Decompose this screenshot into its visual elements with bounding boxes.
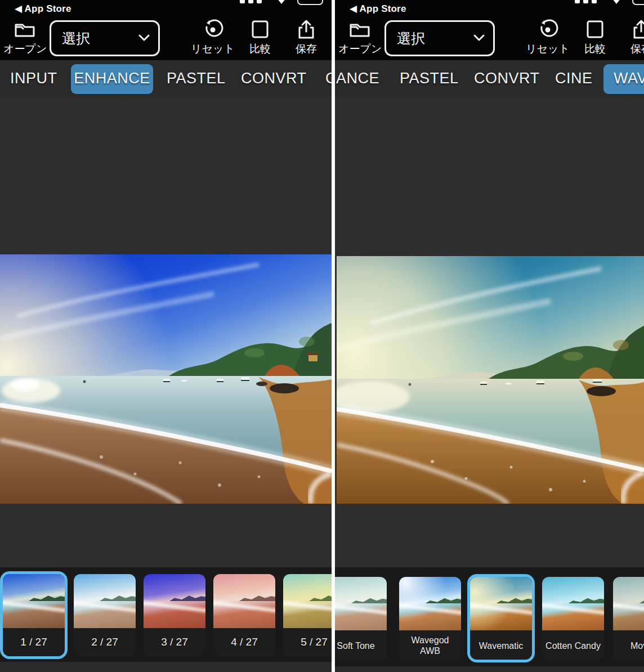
open-button-label: オープン xyxy=(338,42,381,56)
filter-thumb-image xyxy=(74,574,136,628)
compare-button[interactable]: 比較 xyxy=(242,19,278,56)
filter-thumb-label: 2 / 27 xyxy=(74,628,136,656)
filter-thumb-wavegod-awb[interactable]: Wavegod AWB xyxy=(399,577,461,660)
open-button[interactable]: オープン xyxy=(3,19,46,56)
share-icon xyxy=(288,19,324,41)
reset-button-label: リセット xyxy=(525,42,570,56)
wifi-icon xyxy=(612,0,621,4)
compare-icon xyxy=(242,19,278,41)
preset-dropdown[interactable]: 選択 xyxy=(384,20,495,56)
tab-pastel[interactable]: PASTEL xyxy=(400,60,459,97)
tab-convrt[interactable]: CONVRT xyxy=(474,60,540,97)
filter-thumb-4[interactable]: 4 / 27 xyxy=(213,574,275,656)
save-button[interactable]: 保存 xyxy=(623,19,644,56)
app-store-back-button[interactable]: ◀ App Store xyxy=(350,3,406,15)
reset-button-label: リセット xyxy=(190,42,235,56)
tab-enhance[interactable]: ENHANCE xyxy=(71,64,153,94)
wifi-icon xyxy=(277,0,286,4)
filter-thumb-image xyxy=(3,574,65,628)
top-toolbar: ◀ App Store オープン 選択 リセット xyxy=(0,0,332,60)
tab-pastel[interactable]: PASTEL xyxy=(167,60,226,97)
tab-wave-partial[interactable]: WAV xyxy=(603,64,644,94)
filter-thumb-label: 5 / 27 xyxy=(283,628,332,656)
app-canvas: ◀ App Store オープン 選択 リセット xyxy=(0,0,644,672)
filter-thumb-3[interactable]: 3 / 27 xyxy=(144,574,205,656)
photo-preview[interactable] xyxy=(0,254,332,504)
top-toolbar: ◀ App Store オープン 選択 リセット xyxy=(335,0,644,60)
filter-thumb-label: Wavematic xyxy=(470,631,532,660)
filter-thumb-1[interactable]: 1 / 27 xyxy=(3,574,65,656)
tab-convrt[interactable]: CONVRT xyxy=(241,60,307,97)
filter-thumb-image xyxy=(213,574,275,628)
photo-art xyxy=(0,254,332,504)
filter-thumb-cotten-candy[interactable]: Cotten Candy xyxy=(542,577,604,660)
preset-dropdown[interactable]: 選択 xyxy=(50,20,160,56)
editor-stage xyxy=(335,97,644,567)
battery-icon xyxy=(297,0,323,5)
filter-thumb-image xyxy=(144,574,205,628)
compare-button[interactable]: 比較 xyxy=(577,19,613,56)
filter-filmstrip: 1 / 27 2 / 27 3 / 27 4 / 27 5 / 27 xyxy=(0,567,332,662)
chevron-down-icon xyxy=(473,33,485,44)
category-tabbar: INPUT ENHANCE PASTEL CONVRT C xyxy=(0,60,332,97)
compare-button-label: 比較 xyxy=(242,42,278,56)
bottom-bar xyxy=(335,666,644,672)
filter-thumb-soft-tone[interactable]: Soft Tone xyxy=(335,577,387,660)
filter-thumb-label: Wavegod AWB xyxy=(399,631,461,660)
tab-cine-partial[interactable]: C xyxy=(325,60,332,97)
reset-button[interactable]: リセット xyxy=(190,19,235,56)
filter-thumb-2[interactable]: 2 / 27 xyxy=(74,574,136,656)
compare-button-label: 比較 xyxy=(577,42,613,56)
filter-thumb-image xyxy=(470,577,532,630)
screenshot-panel-right: ◀ App Store オープン 選択 リセット xyxy=(335,0,644,672)
filter-filmstrip: Soft Tone Wavegod AWB Wavematic Cotten C… xyxy=(335,567,644,666)
filter-thumb-image xyxy=(613,577,644,630)
preset-dropdown-value: 選択 xyxy=(62,22,90,55)
folder-icon xyxy=(338,19,381,41)
open-button-label: オープン xyxy=(3,42,46,56)
reset-button[interactable]: リセット xyxy=(525,19,570,56)
screenshot-panel-left: ◀ App Store オープン 選択 リセット xyxy=(0,0,332,672)
folder-icon xyxy=(3,19,46,41)
filter-thumb-label: 4 / 27 xyxy=(213,628,275,656)
filter-thumb-label: Cotten Candy xyxy=(542,631,604,660)
filter-thumb-image xyxy=(399,577,461,630)
filter-thumb-image xyxy=(335,577,387,630)
app-store-back-button[interactable]: ◀ App Store xyxy=(15,3,71,15)
bottom-bar xyxy=(0,662,332,672)
filter-thumb-image xyxy=(283,574,332,628)
reset-icon xyxy=(525,19,570,41)
save-button[interactable]: 保存 xyxy=(288,19,324,56)
cellular-signal-icon xyxy=(240,0,262,3)
category-tabbar: ANCE PASTEL CONVRT CINE WAV xyxy=(335,60,644,97)
filter-thumb-movee[interactable]: Movee xyxy=(613,577,644,660)
open-button[interactable]: オープン xyxy=(338,19,381,56)
filter-thumb-5[interactable]: 5 / 27 xyxy=(283,574,332,656)
tab-input[interactable]: INPUT xyxy=(10,60,57,97)
filter-thumb-wavematic[interactable]: Wavematic xyxy=(470,577,532,660)
cellular-signal-icon xyxy=(575,0,597,3)
share-icon xyxy=(623,19,644,41)
reset-icon xyxy=(190,19,235,41)
filter-thumb-image xyxy=(542,577,604,630)
filter-thumb-label: Soft Tone xyxy=(335,631,387,660)
editor-stage xyxy=(0,97,332,567)
filter-thumb-label: 1 / 27 xyxy=(3,628,65,656)
save-button-label: 保存 xyxy=(288,42,324,56)
battery-icon xyxy=(632,0,644,5)
preset-dropdown-value: 選択 xyxy=(397,22,425,55)
compare-icon xyxy=(577,19,613,41)
tab-cine[interactable]: CINE xyxy=(555,60,593,97)
save-button-label: 保存 xyxy=(623,42,644,56)
filter-thumb-label: 3 / 27 xyxy=(144,628,205,656)
photo-art xyxy=(337,256,644,504)
photo-preview[interactable] xyxy=(337,256,644,504)
tab-enhance-partial[interactable]: ANCE xyxy=(336,60,379,97)
filter-thumb-label: Movee xyxy=(613,631,644,660)
chevron-down-icon xyxy=(138,33,150,44)
